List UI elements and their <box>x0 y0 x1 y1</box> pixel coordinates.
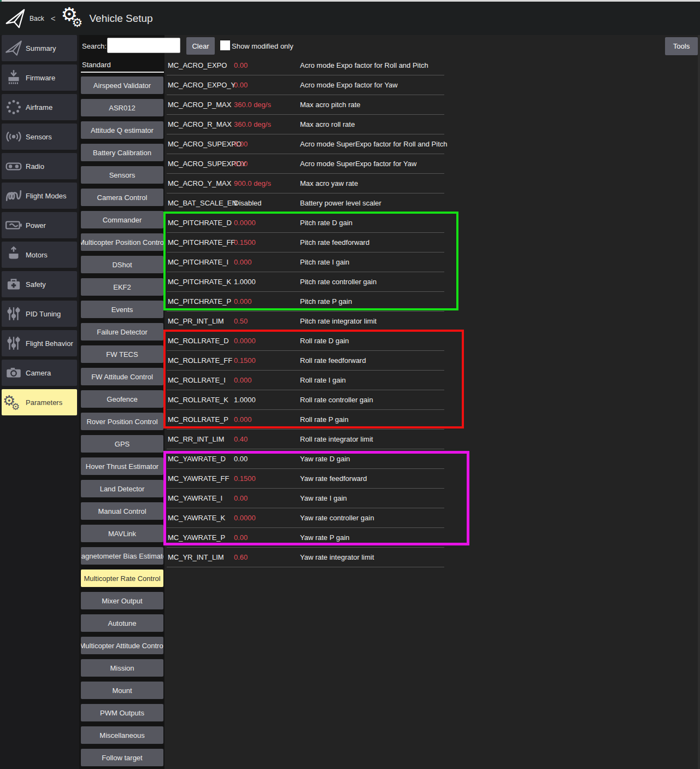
category-button[interactable]: Sensors <box>81 166 163 184</box>
category-button[interactable]: Mission <box>81 659 163 677</box>
category-button[interactable]: Miscellaneous <box>81 726 163 744</box>
category-button[interactable]: Events <box>81 301 163 318</box>
param-row[interactable]: MC_ACRO_R_MAX 360.0 deg/s Max acro roll … <box>167 115 444 134</box>
param-row[interactable]: MC_YAWRATE_D 0.00 Yaw rate D gain <box>167 449 444 469</box>
sidebar-item[interactable]: Motors <box>2 242 77 268</box>
param-row[interactable]: MC_PITCHRATE_FF 0.1500 Pitch rate feedfo… <box>167 233 444 253</box>
category-button[interactable]: Airspeed Validator <box>81 77 163 94</box>
sidebar-item-label: Power <box>26 221 46 230</box>
param-row[interactable]: MC_YAWRATE_K 0.0000 Yaw rate controller … <box>167 508 444 528</box>
category-button[interactable]: Follow target <box>81 749 163 766</box>
category-button[interactable]: DShot <box>81 256 163 273</box>
sidebar-item[interactable]: PID Tuning <box>2 301 77 327</box>
param-row[interactable]: MC_YAWRATE_I 0.00 Yaw rate I gain <box>167 489 444 508</box>
sidebar-item[interactable]: ⚙⚙ Parameters <box>2 389 77 415</box>
category-button[interactable]: Mount <box>81 682 163 699</box>
category-button-label: DShot <box>112 261 132 269</box>
param-row[interactable]: MC_ACRO_Y_MAX 900.0 deg/s Max acro yaw r… <box>167 174 444 193</box>
category-button[interactable]: EKF2 <box>81 278 163 296</box>
param-description: Max acro roll rate <box>300 120 444 128</box>
category-button[interactable]: GPS <box>81 435 163 453</box>
param-row[interactable]: MC_PITCHRATE_P 0.000 Pitch rate P gain <box>167 292 444 312</box>
param-row[interactable]: MC_BAT_SCALE_EN Disabled Battery power l… <box>167 193 444 213</box>
sidebar-item[interactable]: Sensors <box>2 124 77 150</box>
category-button-label: Multicopter Position Control <box>81 238 163 246</box>
category-button[interactable]: Multicopter Rate Control <box>81 570 163 587</box>
param-name: MC_ROLLRATE_P <box>167 415 234 424</box>
param-value: 0.00 <box>234 533 300 542</box>
param-row[interactable]: MC_ACRO_EXPO_Y 0.00 Acro mode Expo facto… <box>167 75 444 95</box>
category-button[interactable]: Multicopter Attitude Control <box>81 637 163 654</box>
category-button[interactable]: FW TECS <box>81 345 163 363</box>
param-row[interactable]: MC_ROLLRATE_I 0.000 Roll rate I gain <box>167 371 444 390</box>
param-value: 0.00 <box>234 455 300 463</box>
sidebar-item[interactable]: Firmware <box>2 64 77 91</box>
param-description: Yaw rate D gain <box>300 455 444 463</box>
param-row[interactable]: MC_ROLLRATE_K 1.0000 Roll rate controlle… <box>167 390 444 410</box>
category-button[interactable]: Magnetometer Bias Estimator <box>81 547 163 565</box>
category-button[interactable]: PWM Outputs <box>81 704 163 721</box>
sidebar-item-label: Safety <box>26 280 46 289</box>
sidebar-item[interactable]: Flight Modes <box>2 183 77 209</box>
sidebar-item[interactable]: Flight Behavior <box>2 330 77 356</box>
param-row[interactable]: MC_YAWRATE_P 0.00 Yaw rate P gain <box>167 528 444 548</box>
category-button[interactable]: Battery Calibration <box>81 144 163 161</box>
sidebar-item[interactable]: Power <box>2 212 77 238</box>
category-button[interactable]: Manual Control <box>81 502 163 520</box>
category-button[interactable]: Failure Detector <box>81 323 163 341</box>
param-row[interactable]: MC_ACRO_SUPEXPOY 0.00 Acro mode SuperExp… <box>167 154 444 174</box>
param-row[interactable]: MC_ACRO_EXPO 0.00 Acro mode Expo factor … <box>167 56 444 75</box>
param-row[interactable]: MC_YAWRATE_FF 0.1500 Yaw rate feedforwar… <box>167 469 444 489</box>
category-button[interactable]: Geofence <box>81 390 163 408</box>
category-button-label: FW Attitude Control <box>91 373 153 381</box>
category-button-label: Magnetometer Bias Estimator <box>81 552 163 560</box>
sliders-icon <box>2 332 26 354</box>
category-button[interactable]: Camera Control <box>81 189 163 206</box>
param-row[interactable]: MC_ACRO_SUPEXPO 0.00 Acro mode SuperExpo… <box>167 134 444 154</box>
sidebar-item[interactable]: Airframe <box>2 94 77 120</box>
sidebar-item[interactable]: Safety <box>2 271 77 297</box>
param-name: MC_YR_INT_LIM <box>167 553 234 561</box>
search-input[interactable] <box>107 38 180 53</box>
category-button-label: Miscellaneous <box>99 731 144 739</box>
category-button[interactable]: FW Attitude Control <box>81 368 163 385</box>
category-button[interactable]: Land Detector <box>81 480 163 497</box>
param-row[interactable]: MC_ACRO_P_MAX 360.0 deg/s Max acro pitch… <box>167 95 444 115</box>
tools-button[interactable]: Tools <box>665 37 698 55</box>
param-row[interactable]: MC_ROLLRATE_P 0.000 Roll rate P gain <box>167 410 444 430</box>
show-modified-checkbox[interactable] <box>220 40 230 50</box>
category-button[interactable]: Hover Thrust Estimator <box>81 457 163 475</box>
param-name: MC_PITCHRATE_P <box>167 297 234 306</box>
back-button[interactable]: Back <box>30 15 44 22</box>
category-button[interactable]: ASR012 <box>81 99 163 116</box>
param-description: Roll rate integrator limit <box>300 435 444 443</box>
param-row[interactable]: MC_ROLLRATE_D 0.0000 Roll rate D gain <box>167 331 444 351</box>
clear-button[interactable]: Clear <box>186 37 215 55</box>
sidebar-item[interactable]: Camera <box>2 360 77 386</box>
category-button[interactable]: Multicopter Position Control <box>81 233 163 251</box>
category-button[interactable]: Rover Position Control <box>81 413 163 430</box>
param-row[interactable]: MC_PITCHRATE_I 0.000 Pitch rate I gain <box>167 253 444 272</box>
param-row[interactable]: MC_ROLLRATE_FF 0.1500 Roll rate feedforw… <box>167 351 444 371</box>
sidebar-item[interactable]: Summary <box>2 35 77 61</box>
category-button[interactable]: MAVLink <box>81 525 163 542</box>
param-row[interactable]: MC_PITCHRATE_D 0.0000 Pitch rate D gain <box>167 213 444 233</box>
category-button-label: FW TECS <box>106 350 138 359</box>
param-description: Acro mode SuperExpo factor for Yaw <box>300 160 444 168</box>
sidebar-item[interactable]: Radio <box>2 153 77 179</box>
param-row[interactable]: MC_RR_INT_LIM 0.40 Roll rate integrator … <box>167 430 444 449</box>
param-row[interactable]: MC_YR_INT_LIM 0.60 Yaw rate integrator l… <box>167 548 444 567</box>
param-name: MC_PR_INT_LIM <box>167 317 234 325</box>
category-button[interactable]: Mixer Output <box>81 592 163 609</box>
category-button[interactable]: Commander <box>81 211 163 228</box>
param-value: 0.000 <box>234 415 300 424</box>
param-value: 900.0 deg/s <box>234 179 300 187</box>
param-name: MC_ROLLRATE_D <box>167 337 234 345</box>
param-row[interactable]: MC_PR_INT_LIM 0.50 Pitch rate integrator… <box>167 312 444 331</box>
param-value: 0.1500 <box>234 356 300 365</box>
param-row[interactable]: MC_PITCHRATE_K 1.0000 Pitch rate control… <box>167 272 444 292</box>
param-value: 0.1500 <box>234 238 300 246</box>
param-name: MC_ACRO_SUPEXPO <box>167 140 234 148</box>
category-button[interactable]: Autotune <box>81 614 163 632</box>
category-button[interactable]: Attitude Q estimator <box>81 121 163 139</box>
